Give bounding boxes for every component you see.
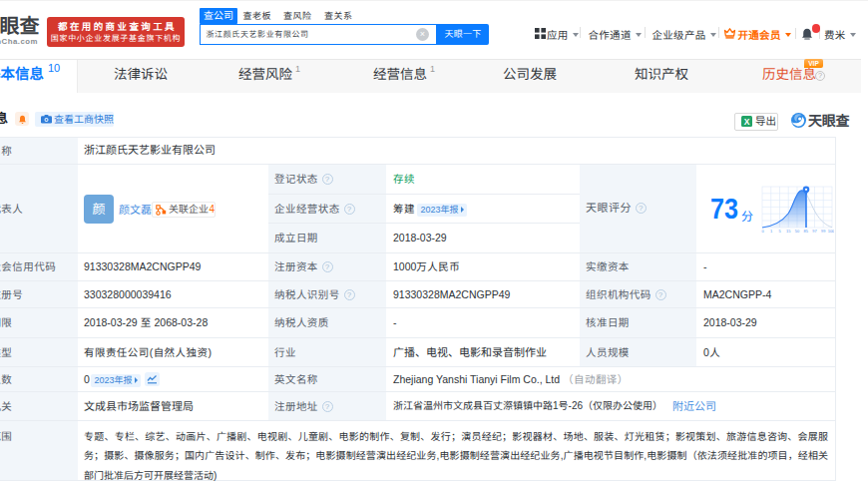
svg-text:1: 1 [770, 229, 773, 234]
svg-text:99: 99 [821, 229, 826, 234]
svg-text:97: 97 [812, 229, 817, 234]
svg-text:15: 15 [786, 229, 791, 234]
svg-text:85: 85 [804, 229, 809, 234]
svg-text:50: 50 [795, 229, 800, 234]
svg-text:5: 5 [778, 229, 781, 234]
svg-text:0: 0 [761, 229, 764, 234]
svg-text:X: X [744, 117, 750, 127]
svg-text:100: 100 [828, 229, 834, 234]
